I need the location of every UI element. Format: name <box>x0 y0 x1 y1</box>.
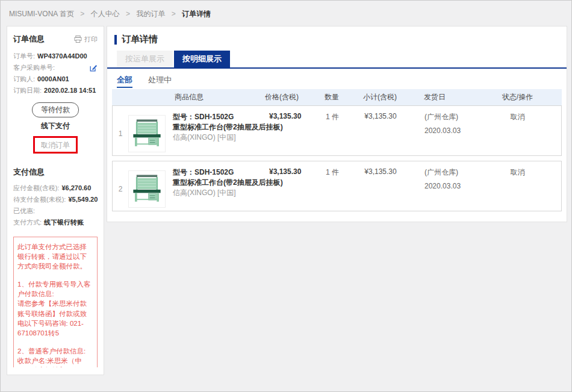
item-warehouse: (广州仓库) <box>424 112 474 122</box>
unpaid-amount-field: 待支付金额(未税): ¥5,549.20 <box>13 194 98 205</box>
product-brand: 信高(XINGO) [中国] <box>173 132 263 143</box>
col-product-info: 商品信息 <box>172 92 263 102</box>
subtab-all[interactable]: 全部 <box>117 75 132 88</box>
item-warehouse: (广州仓库) <box>424 167 474 177</box>
orderer-value: 0000AN01 <box>37 73 69 85</box>
breadcrumb-current: 订单详情 <box>182 10 211 18</box>
cancel-order-button[interactable]: 取消订单 <box>41 141 70 149</box>
cancel-order-annotation: 取消订单 <box>33 136 78 154</box>
table-row: 1 <box>112 105 562 156</box>
notice-paragraph: 此订单支付方式已选择银行转账，请通过以下方式向我司全额付款。 <box>17 242 93 271</box>
payment-method-value: 线下银行转账 <box>44 217 84 228</box>
tab-by-detail[interactable]: 按明细展示 <box>174 51 230 67</box>
order-detail-page: MISUMI-VONA 首页 > 个人中心 > 我的订单 > 订单详情 订单信息… <box>0 0 572 392</box>
subtab-processing[interactable]: 处理中 <box>148 75 172 88</box>
filter-subtabs: 全部 处理中 <box>107 69 567 88</box>
order-number-label: 订单号: <box>13 51 35 62</box>
payable-amount-label: 应付金额(含税): <box>13 182 59 194</box>
item-status: 取消 <box>474 112 561 122</box>
product-brand: 信高(XINGO) [中国] <box>173 188 263 198</box>
customer-po-field: 客户采购单号: <box>13 62 98 73</box>
payment-info-title: 支付信息 <box>13 167 98 178</box>
print-button[interactable]: 打印 <box>74 35 98 44</box>
unpaid-amount-label: 待支付金额(未税): <box>13 194 66 205</box>
order-info-title: 订单信息 <box>13 34 45 45</box>
breadcrumb-separator: > <box>80 10 84 18</box>
tab-by-shipment[interactable]: 按运单展示 <box>117 51 173 67</box>
display-mode-tabs: 按运单展示 按明细展示 <box>107 51 567 69</box>
item-status: 取消 <box>474 167 561 178</box>
unpaid-amount-value: ¥5,549.20 <box>68 194 98 205</box>
title-accent-bar <box>114 35 117 45</box>
payable-amount-value: ¥6,270.60 <box>61 182 91 194</box>
order-number-value: WP4370A44D00 <box>37 51 87 62</box>
notice-payee-name: 收款户名:米思米（中国）精密机械贸易有限公司 <box>17 356 93 367</box>
col-price: 价格(含税) <box>263 92 311 102</box>
orderer-label: 订购人: <box>13 73 35 85</box>
item-price: ¥3,135.30 <box>263 112 311 120</box>
table-row: 2 <box>112 161 562 211</box>
breadcrumb-separator: > <box>172 10 176 18</box>
col-status-action: 状态/操作 <box>473 92 562 102</box>
payable-amount-field: 应付金额(含税): ¥6,270.60 <box>13 182 98 194</box>
order-detail-panel: 订单详情 按运单展示 按明细展示 全部 处理中 商品信息 价格(含税) 数量 小… <box>107 26 567 222</box>
status-badge: 等待付款 <box>32 102 79 117</box>
item-ship-date: 2020.03.03 <box>424 181 474 191</box>
customer-po-label: 客户采购单号: <box>13 62 55 73</box>
print-label: 打印 <box>84 35 98 44</box>
product-description: 重型标准工作台(带2抽屉及后挂板) <box>173 122 263 132</box>
order-date-label: 订购日期: <box>13 85 42 96</box>
order-date-field: 订购日期: 2020.02.18 14:51 <box>13 85 98 96</box>
order-date-value: 2020.02.18 14:51 <box>44 85 96 96</box>
edit-icon[interactable] <box>89 64 98 72</box>
order-info-sidebar: 订单信息 打印 订单号: WP4370A44D00 客户采购单号: <box>7 26 104 375</box>
notice-section1-body: 请您参考【米思米付款账号联络函】付款或致电以下号码咨询: 021-6710870… <box>17 299 93 337</box>
product-image[interactable] <box>128 115 173 152</box>
item-subtotal: ¥3,135.30 <box>353 167 408 176</box>
breadcrumb: MISUMI-VONA 首页 > 个人中心 > 我的订单 > 订单详情 <box>9 9 211 19</box>
payment-method-field: 支付方式: 线下银行转账 <box>13 217 98 228</box>
payment-method-label: 支付方式: <box>13 217 42 228</box>
breadcrumb-my-orders[interactable]: 我的订单 <box>136 10 165 18</box>
product-model: 型号：SDH-1502G <box>173 167 263 178</box>
item-quantity: 1 件 <box>311 167 353 178</box>
product-description: 重型标准工作台(带2抽屉及后挂板) <box>173 178 263 188</box>
breadcrumb-user-center[interactable]: 个人中心 <box>91 10 120 18</box>
table-header-row: 商品信息 价格(含税) 数量 小计(含税) 发货日 状态/操作 <box>112 89 562 105</box>
item-subtotal: ¥3,135.30 <box>353 112 408 120</box>
discount-label: 已优惠: <box>13 205 35 217</box>
row-index: 1 <box>113 129 128 138</box>
col-subtotal: 小计(含税) <box>353 92 407 102</box>
page-title: 订单详情 <box>122 34 158 45</box>
order-items-table: 商品信息 价格(含税) 数量 小计(含税) 发货日 状态/操作 1 <box>112 89 562 222</box>
notice-section1-title: 1、付款专用账号导入客户付款信息: <box>17 279 93 299</box>
order-number-field: 订单号: WP4370A44D00 <box>13 51 98 62</box>
payment-mode-label: 线下支付 <box>13 121 98 131</box>
workbench-icon <box>129 116 164 151</box>
product-model: 型号：SDH-1502G <box>173 112 263 122</box>
row-index: 2 <box>113 185 128 193</box>
item-quantity: 1 件 <box>311 112 353 122</box>
workbench-icon <box>129 172 164 207</box>
product-image[interactable] <box>128 170 173 208</box>
breadcrumb-separator: > <box>126 10 130 18</box>
item-ship-date: 2020.03.03 <box>424 126 474 135</box>
bank-transfer-notice: 此订单支付方式已选择银行转账，请通过以下方式向我司全额付款。 1、付款专用账号导… <box>13 237 98 367</box>
no-more-label: 没有更多 <box>323 220 352 223</box>
printer-icon <box>74 36 82 43</box>
col-ship-date: 发货日 <box>407 92 473 102</box>
orderer-field: 订购人: 0000AN01 <box>13 73 98 85</box>
no-more-indicator: 没有更多 <box>112 216 562 222</box>
item-price: ¥3,135.30 <box>263 167 311 176</box>
order-status-block: 等待付款 线下支付 取消订单 <box>13 102 98 154</box>
notice-section2-title: 2、普通客户付款信息: <box>17 346 93 356</box>
col-quantity: 数量 <box>311 92 353 102</box>
breadcrumb-home[interactable]: MISUMI-VONA 首页 <box>9 10 74 18</box>
discount-field: 已优惠: <box>13 205 98 217</box>
